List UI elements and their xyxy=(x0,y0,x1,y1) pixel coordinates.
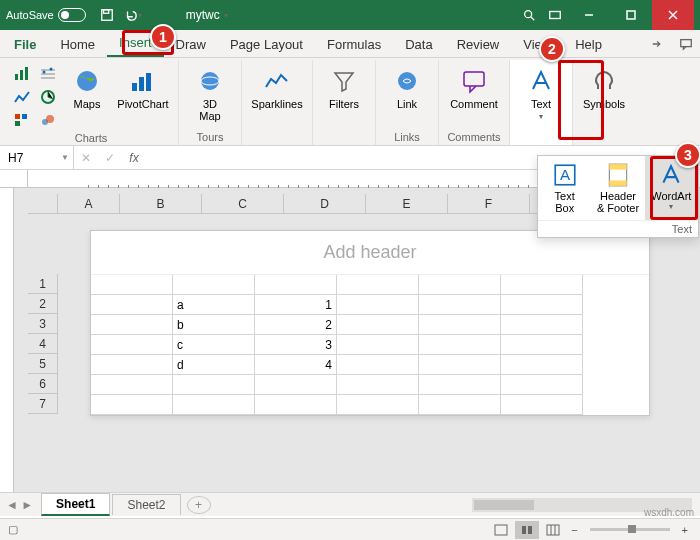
col-header-c[interactable]: C xyxy=(202,194,284,214)
fx-icon[interactable]: fx xyxy=(122,151,146,165)
cell[interactable] xyxy=(173,395,255,415)
maps-button[interactable]: Maps xyxy=(62,62,112,110)
cell[interactable] xyxy=(501,375,583,395)
cell[interactable] xyxy=(337,275,419,295)
sheet-tab-1[interactable]: Sheet1 xyxy=(41,493,110,516)
sheet-nav[interactable]: ◄ ► xyxy=(0,498,39,512)
row-header-7[interactable]: 7 xyxy=(28,394,58,414)
cell[interactable] xyxy=(91,375,173,395)
cell[interactable] xyxy=(419,275,501,295)
cell[interactable] xyxy=(91,355,173,375)
cell[interactable]: b xyxy=(173,315,255,335)
col-header-f[interactable]: F xyxy=(448,194,530,214)
cell[interactable] xyxy=(173,375,255,395)
tab-home[interactable]: Home xyxy=(48,32,107,57)
minimize-button[interactable] xyxy=(568,0,610,30)
enter-fx-icon[interactable]: ✓ xyxy=(98,151,122,165)
cancel-fx-icon[interactable]: ✕ xyxy=(74,151,98,165)
tab-pagelayout[interactable]: Page Layout xyxy=(218,32,315,57)
cell[interactable] xyxy=(419,295,501,315)
tab-formulas[interactable]: Formulas xyxy=(315,32,393,57)
col-header-e[interactable]: E xyxy=(366,194,448,214)
ribbon-display-icon[interactable] xyxy=(542,0,568,30)
cell[interactable] xyxy=(501,295,583,315)
view-pagebreak-icon[interactable] xyxy=(541,521,565,539)
cell[interactable]: c xyxy=(173,335,255,355)
cell[interactable] xyxy=(255,275,337,295)
cell[interactable] xyxy=(337,295,419,315)
pivotchart-button[interactable]: PivotChart xyxy=(114,62,172,110)
row-header-2[interactable]: 2 xyxy=(28,294,58,314)
chart-type-5-icon[interactable] xyxy=(36,86,60,108)
cell[interactable]: d xyxy=(173,355,255,375)
chart-type-3-icon[interactable] xyxy=(10,110,34,132)
row-header-1[interactable]: 1 xyxy=(28,274,58,294)
cell[interactable]: 2 xyxy=(255,315,337,335)
cell[interactable] xyxy=(419,355,501,375)
cell[interactable] xyxy=(91,275,173,295)
sparklines-button[interactable]: Sparklines xyxy=(248,62,306,110)
map3d-button[interactable]: 3D Map xyxy=(185,62,235,122)
cell[interactable] xyxy=(419,375,501,395)
cell[interactable] xyxy=(419,395,501,415)
record-macro-icon[interactable]: ▢ xyxy=(8,523,18,536)
search-icon[interactable] xyxy=(516,0,542,30)
cell[interactable] xyxy=(91,315,173,335)
row-header-4[interactable]: 4 xyxy=(28,334,58,354)
maximize-button[interactable] xyxy=(610,0,652,30)
sheet-tab-2[interactable]: Sheet2 xyxy=(112,494,180,515)
select-all-corner[interactable] xyxy=(28,194,58,214)
cell[interactable]: 3 xyxy=(255,335,337,355)
filters-button[interactable]: Filters xyxy=(319,62,369,110)
comments-button[interactable] xyxy=(672,31,700,57)
cell[interactable] xyxy=(255,375,337,395)
view-pagelayout-icon[interactable] xyxy=(515,521,539,539)
comment-button[interactable]: Comment xyxy=(445,62,503,110)
symbols-button[interactable]: Symbols xyxy=(579,62,629,110)
view-normal-icon[interactable] xyxy=(489,521,513,539)
cell[interactable]: a xyxy=(173,295,255,315)
cell[interactable] xyxy=(337,355,419,375)
tab-review[interactable]: Review xyxy=(445,32,512,57)
share-button[interactable] xyxy=(644,31,672,57)
cell[interactable] xyxy=(501,395,583,415)
tab-data[interactable]: Data xyxy=(393,32,444,57)
autosave-toggle[interactable] xyxy=(58,8,86,22)
row-header-6[interactable]: 6 xyxy=(28,374,58,394)
cell[interactable] xyxy=(255,395,337,415)
textbox-button[interactable]: A Text Box xyxy=(538,156,591,220)
cell[interactable] xyxy=(501,315,583,335)
col-header-a[interactable]: A xyxy=(58,194,120,214)
row-header-3[interactable]: 3 xyxy=(28,314,58,334)
cell[interactable] xyxy=(501,355,583,375)
cell[interactable] xyxy=(501,275,583,295)
cell[interactable] xyxy=(91,295,173,315)
chart-type-4-icon[interactable] xyxy=(36,62,60,84)
cell[interactable] xyxy=(337,395,419,415)
cell[interactable]: 1 xyxy=(255,295,337,315)
zoom-out-button[interactable]: − xyxy=(567,524,581,536)
cell[interactable] xyxy=(501,335,583,355)
tab-file[interactable]: File xyxy=(2,32,48,57)
chart-type-2-icon[interactable] xyxy=(10,86,34,108)
cell[interactable] xyxy=(337,315,419,335)
cell[interactable] xyxy=(419,335,501,355)
zoom-in-button[interactable]: + xyxy=(678,524,692,536)
undo-icon[interactable]: ▾ xyxy=(120,0,146,30)
cell[interactable] xyxy=(419,315,501,335)
col-header-b[interactable]: B xyxy=(120,194,202,214)
add-sheet-button[interactable]: + xyxy=(187,496,211,514)
cell[interactable] xyxy=(173,275,255,295)
row-header-5[interactable]: 5 xyxy=(28,354,58,374)
cell[interactable] xyxy=(337,375,419,395)
cell[interactable] xyxy=(91,335,173,355)
chart-type-1-icon[interactable] xyxy=(10,62,34,84)
headerfooter-button[interactable]: Header & Footer xyxy=(591,156,644,220)
save-icon[interactable] xyxy=(94,0,120,30)
chart-type-6-icon[interactable] xyxy=(36,110,60,132)
close-button[interactable] xyxy=(652,0,694,30)
cell[interactable] xyxy=(337,335,419,355)
cell[interactable]: 4 xyxy=(255,355,337,375)
text-button[interactable]: Text ▾ xyxy=(516,62,566,121)
zoom-slider[interactable] xyxy=(590,528,670,531)
